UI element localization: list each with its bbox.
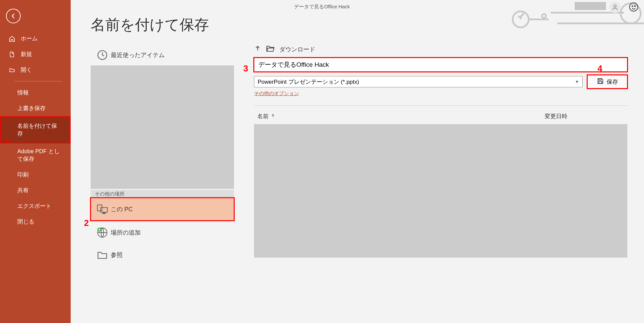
home-icon bbox=[9, 35, 16, 42]
nav-print-label: 印刷 bbox=[17, 171, 29, 179]
nav-home-label: ホーム bbox=[21, 35, 38, 42]
location-this-pc-label: この PC bbox=[111, 205, 133, 213]
locations-column: 最近使ったアイテム その他の場所 この PC bbox=[91, 45, 234, 265]
divider bbox=[254, 105, 627, 106]
add-place-icon bbox=[94, 227, 111, 238]
sort-asc-icon[interactable] bbox=[271, 113, 275, 120]
nav-export[interactable]: エクスポート bbox=[0, 198, 71, 214]
nav-save-as[interactable]: 名前を付けて保存 bbox=[0, 116, 71, 143]
filename-input[interactable] bbox=[254, 58, 627, 72]
clock-icon bbox=[94, 50, 111, 60]
browse-folder-icon bbox=[94, 251, 111, 259]
location-add-place-label: 場所の追加 bbox=[111, 229, 141, 237]
nav-save[interactable]: 上書き保存 bbox=[0, 100, 71, 116]
location-this-pc[interactable]: この PC bbox=[91, 198, 234, 221]
breadcrumb-text[interactable]: ダウンロード bbox=[279, 45, 315, 53]
callout-4: 4 bbox=[598, 63, 602, 74]
nav-adobe-label: Adobe PDF として保存 bbox=[17, 147, 61, 163]
callout-2: 2 bbox=[84, 218, 89, 228]
nav-new[interactable]: 新規 bbox=[0, 46, 71, 62]
new-icon bbox=[9, 51, 16, 58]
nav-open[interactable]: 開く bbox=[0, 62, 71, 78]
nav-close-label: 閉じる bbox=[17, 218, 34, 226]
svg-rect-10 bbox=[103, 213, 105, 214]
nav-save-as-label: 名前を付けて保存 bbox=[17, 122, 57, 137]
location-browse[interactable]: 参照 bbox=[91, 245, 234, 265]
other-places-header: その他の場所 bbox=[91, 190, 234, 198]
folder-breadcrumb: ダウンロード bbox=[254, 45, 627, 54]
svg-rect-9 bbox=[101, 208, 107, 212]
location-add-place[interactable]: 場所の追加 bbox=[91, 221, 234, 245]
back-button[interactable] bbox=[6, 9, 21, 23]
nav-save-label: 上書き保存 bbox=[17, 104, 46, 112]
recent-items-placeholder bbox=[91, 65, 234, 189]
backstage-sidebar: ホーム 新規 開く 情報 上書き保存 名前を付けて保存 Adobe PDF とし… bbox=[0, 0, 71, 323]
nav-export-label: エクスポート bbox=[17, 202, 51, 210]
nav-close[interactable]: 閉じる bbox=[0, 214, 71, 230]
file-list-header: 名前 変更日時 bbox=[254, 112, 627, 124]
save-button-label: 保存 bbox=[607, 78, 618, 86]
callout-3: 3 bbox=[243, 63, 248, 74]
svg-rect-13 bbox=[599, 78, 601, 80]
save-button[interactable]: 保存 bbox=[587, 75, 627, 88]
location-browse-label: 参照 bbox=[111, 251, 123, 259]
callout-1: 1 bbox=[5, 135, 9, 145]
page-title: 名前を付けて保存 bbox=[91, 15, 631, 35]
dropdown-caret-icon: ▼ bbox=[575, 79, 579, 84]
nav-info-label: 情報 bbox=[17, 89, 29, 96]
nav-share-label: 共有 bbox=[17, 187, 29, 194]
col-name-label[interactable]: 名前 bbox=[257, 112, 269, 120]
filetype-select[interactable]: PowerPoint プレゼンテーション (*.pptx) ▼ bbox=[254, 76, 583, 87]
nav-info[interactable]: 情報 bbox=[0, 85, 71, 100]
nav-open-label: 開く bbox=[21, 66, 32, 74]
up-folder-icon[interactable] bbox=[254, 45, 261, 54]
col-date-label[interactable]: 変更日時 bbox=[545, 112, 567, 120]
nav-new-label: 新規 bbox=[21, 50, 32, 58]
save-area: ダウンロード PowerPoint プレゼンテーション (*.pptx) ▼ 保… bbox=[254, 45, 631, 265]
nav-share[interactable]: 共有 bbox=[0, 183, 71, 198]
location-recent[interactable]: 最近使ったアイテム bbox=[91, 45, 234, 65]
svg-rect-8 bbox=[97, 205, 102, 211]
file-list-placeholder bbox=[254, 124, 627, 258]
save-disk-icon bbox=[597, 77, 604, 86]
open-icon bbox=[9, 67, 16, 73]
filetype-value: PowerPoint プレゼンテーション (*.pptx) bbox=[258, 78, 359, 86]
location-recent-label: 最近使ったアイテム bbox=[111, 51, 165, 59]
other-options-link[interactable]: その他のオプション bbox=[254, 90, 299, 97]
nav-home[interactable]: ホーム bbox=[0, 31, 71, 46]
nav-print[interactable]: 印刷 bbox=[0, 167, 71, 183]
folder-open-icon[interactable] bbox=[266, 45, 275, 54]
main-panel: 名前を付けて保存 最近使ったアイテム その他の場所 bbox=[71, 0, 644, 323]
this-pc-icon bbox=[94, 204, 111, 214]
nav-adobe-pdf[interactable]: Adobe PDF として保存 bbox=[0, 143, 71, 167]
